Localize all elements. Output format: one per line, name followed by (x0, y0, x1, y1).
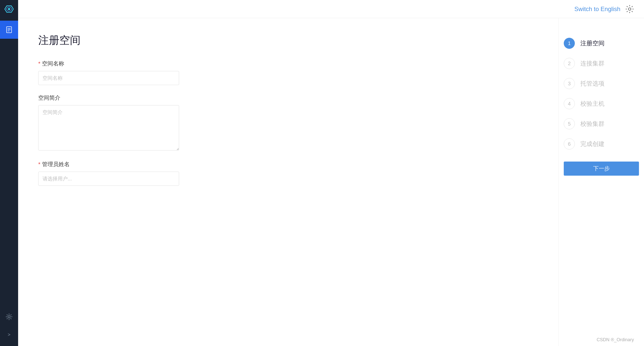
sidebar-expand-button[interactable]: > (0, 328, 18, 341)
stepper-container: 1 注册空间 2 连接集群 3 托管选项 4 校验主机 5 校验集群 6 完成创… (558, 18, 644, 346)
settings-gear-icon[interactable] (625, 5, 634, 13)
page-footer: CSDN ®_Ordinary (597, 337, 634, 342)
space-desc-label: 空间简介 (38, 94, 538, 102)
logo-area (0, 0, 18, 18)
sidebar-item-documents[interactable] (0, 21, 18, 39)
settings-icon (5, 313, 13, 321)
top-header: Switch to English (0, 0, 644, 18)
sidebar: > (0, 18, 18, 346)
admin-name-input[interactable] (38, 172, 179, 186)
step-circle-3: 3 (564, 78, 575, 89)
header-right: Switch to English (574, 5, 634, 13)
space-name-input[interactable] (38, 71, 179, 85)
space-desc-textarea[interactable] (38, 105, 179, 150)
content-area: 注册空间 * 空间名称 空间简介 * 管理员姓名 (18, 18, 644, 346)
step-label-6: 完成创建 (580, 140, 605, 148)
step-item-4[interactable]: 4 校验主机 (564, 94, 639, 114)
step-item-3[interactable]: 3 托管选项 (564, 73, 639, 94)
step-label-3: 托管选项 (580, 80, 605, 88)
step-item-5[interactable]: 5 校验集群 (564, 114, 639, 134)
step-circle-1: 1 (564, 38, 575, 49)
step-label-4: 校验主机 (580, 100, 605, 108)
switch-language-button[interactable]: Switch to English (574, 6, 620, 13)
svg-point-8 (8, 316, 10, 318)
header-left (0, 0, 18, 18)
sidebar-item-settings[interactable] (0, 308, 18, 326)
step-label-5: 校验集群 (580, 120, 605, 128)
app-logo-icon (4, 4, 14, 14)
step-label-2: 连接集群 (580, 59, 605, 67)
stepper-steps: 1 注册空间 2 连接集群 3 托管选项 4 校验主机 5 校验集群 6 完成创… (564, 33, 639, 154)
next-step-button[interactable]: 下一步 (564, 162, 639, 176)
svg-marker-2 (8, 8, 10, 10)
space-name-label: * 空间名称 (38, 60, 538, 67)
step-item-2[interactable]: 2 连接集群 (564, 53, 639, 73)
step-circle-5: 5 (564, 118, 575, 129)
svg-point-3 (628, 8, 631, 10)
step-circle-4: 4 (564, 98, 575, 109)
step-circle-2: 2 (564, 58, 575, 69)
step-item-1[interactable]: 1 注册空间 (564, 33, 639, 53)
sidebar-bottom: > (0, 308, 18, 341)
page-title: 注册空间 (38, 33, 538, 47)
step-label-1: 注册空间 (580, 39, 605, 47)
document-icon (5, 26, 13, 34)
form-group-space-desc: 空间简介 (38, 94, 538, 151)
form-section: 注册空间 * 空间名称 空间简介 * 管理员姓名 (18, 18, 558, 346)
step-circle-6: 6 (564, 138, 575, 149)
required-star-admin: * (38, 161, 41, 168)
required-star-name: * (38, 60, 41, 67)
step-item-6[interactable]: 6 完成创建 (564, 134, 639, 154)
admin-name-label: * 管理员姓名 (38, 161, 538, 168)
main-layout: > 注册空间 * 空间名称 空间简介 (0, 18, 644, 346)
form-group-admin-name: * 管理员姓名 (38, 161, 538, 186)
form-group-space-name: * 空间名称 (38, 60, 538, 85)
